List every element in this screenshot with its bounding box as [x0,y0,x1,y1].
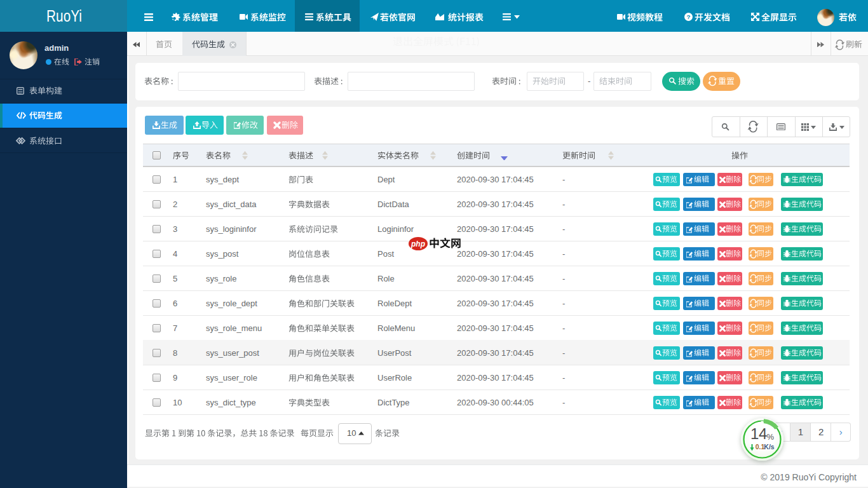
svg-text:?: ? [686,13,690,20]
svg-text:php: php [410,240,425,248]
